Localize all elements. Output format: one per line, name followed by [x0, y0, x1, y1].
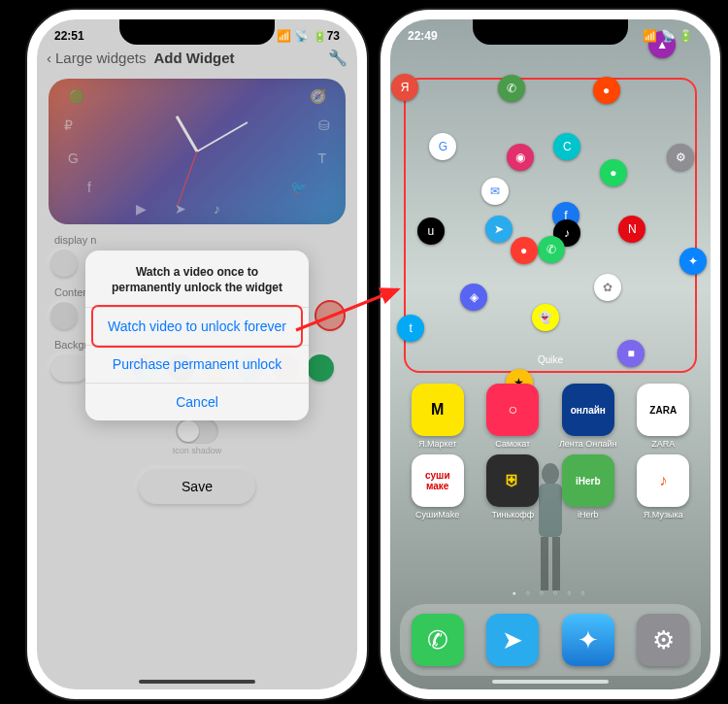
spiral-app-icon[interactable]: ● [600, 159, 627, 186]
home-indicator[interactable] [492, 680, 609, 684]
app-icon[interactable]: ○Самокат [480, 384, 547, 449]
unlock-sheet: Watch a video once to permanently unlock… [85, 251, 309, 420]
spiral-app-icon[interactable]: G [429, 133, 456, 160]
spiral-app-icon[interactable]: ✆ [498, 75, 525, 102]
spiral-app-icon[interactable]: ✉ [481, 178, 509, 205]
icon-spiral: f♪✆●➤✉◉C●N✿👻◈uG✆●⚙✦■★t$ЯX▲◐ [406, 80, 695, 371]
spiral-app-icon[interactable]: C [553, 133, 580, 160]
spiral-app-icon[interactable]: t [397, 315, 424, 342]
watch-video-button[interactable]: Watch video to unlock forever [85, 307, 309, 345]
quike-widget[interactable]: f♪✆●➤✉◉C●N✿👻◈uG✆●⚙✦■★t$ЯX▲◐ Quike [404, 78, 697, 373]
screen-left: 22:51 📶 📡 🔋73 ‹ Large widgets Add Widget… [37, 19, 357, 689]
app-grid: MЯ.Маркет○СамокатонлайнЛента ОнлайнZARAZ… [404, 384, 697, 520]
app-icon[interactable]: ⛨Тинькофф [480, 454, 547, 520]
spiral-app-icon[interactable]: ✦ [679, 248, 707, 275]
spiral-app-icon[interactable]: N [618, 216, 645, 243]
app-icon[interactable]: суши макеСушиMake [404, 454, 472, 520]
screen-right: 22:49 📶 📡 🔋 f♪✆●➤✉◉C●N✿👻◈uG✆●⚙✦■★t$ЯX▲◐ … [390, 19, 711, 689]
status-time: 22:51 [54, 29, 84, 43]
spiral-app-icon[interactable]: ➤ [485, 216, 513, 243]
status-right: 📶 📡 🔋 [643, 29, 693, 43]
phone-left: 22:51 📶 📡 🔋73 ‹ Large widgets Add Widget… [27, 10, 367, 699]
svg-rect-3 [541, 537, 548, 590]
spiral-app-icon[interactable]: ◈ [460, 284, 487, 311]
spiral-app-icon[interactable]: ● [593, 77, 620, 104]
spiral-app-icon[interactable]: Я [391, 74, 418, 101]
spiral-app-icon[interactable]: ✿ [594, 274, 621, 301]
spiral-app-icon[interactable]: ● [511, 237, 538, 264]
app-icon[interactable]: ♪Я.Музыка [630, 454, 698, 520]
status-time: 22:49 [408, 29, 438, 43]
app-icon[interactable]: ZARAZARA [630, 384, 698, 449]
stage: 22:51 📶 📡 🔋73 ‹ Large widgets Add Widget… [0, 0, 728, 704]
status-right: 📶 📡 🔋73 [277, 29, 340, 43]
notch [119, 19, 275, 45]
dock-phone[interactable]: ✆ [412, 614, 464, 666]
app-icon[interactable]: iHerbiHerb [554, 454, 622, 520]
dock-telegram[interactable]: ➤ [486, 614, 539, 666]
page-dots[interactable]: ● ○ ○ ○ ○ ○ [390, 589, 711, 596]
dock-safari[interactable]: ✦ [562, 614, 614, 666]
dock: ✆➤✦⚙ [400, 604, 701, 676]
widget-label: Quike [406, 354, 695, 365]
spiral-app-icon[interactable]: 👻 [532, 304, 559, 331]
notch [473, 19, 628, 45]
sheet-message: Watch a video once to permanently unlock… [85, 251, 309, 307]
purchase-button[interactable]: Purchase permanent unlock [85, 345, 309, 383]
home-indicator[interactable] [139, 680, 255, 684]
spiral-app-icon[interactable]: ◉ [507, 144, 534, 171]
spiral-app-icon[interactable]: ⚙ [667, 144, 694, 171]
phone-right: 22:49 📶 📡 🔋 f♪✆●➤✉◉C●N✿👻◈uG✆●⚙✦■★t$ЯX▲◐ … [381, 10, 720, 699]
app-icon[interactable]: онлайнЛента Онлайн [554, 384, 622, 449]
svg-rect-4 [552, 537, 560, 590]
spiral-app-icon[interactable]: ✆ [538, 236, 565, 263]
spiral-app-icon[interactable]: u [417, 218, 445, 245]
app-icon[interactable]: MЯ.Маркет [404, 384, 472, 449]
cancel-button[interactable]: Cancel [85, 383, 309, 420]
dock-settings[interactable]: ⚙ [637, 614, 689, 666]
